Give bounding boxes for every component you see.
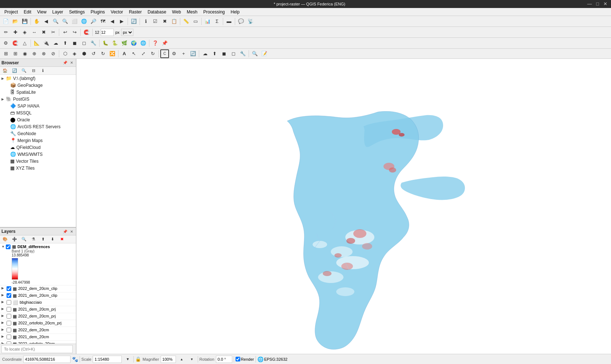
tb-deselect[interactable]: ✖: [160, 17, 169, 26]
tb-zoom-full[interactable]: 🌐: [80, 17, 88, 26]
tb-scalebar[interactable]: ▬: [225, 17, 233, 26]
tb-pan-left[interactable]: ◀: [42, 17, 51, 26]
tb3-snap-cfg[interactable]: ⚙: [1, 39, 10, 48]
tb4-refresh[interactable]: 🔄: [189, 49, 197, 58]
tb3-3d1[interactable]: ◼: [70, 39, 79, 48]
tb-prev-ext[interactable]: ◀: [108, 17, 117, 26]
minimize-button[interactable]: —: [587, 1, 592, 7]
tb-select-feat[interactable]: ☑: [151, 17, 160, 26]
tb2-cut[interactable]: ✂: [49, 28, 57, 37]
layer-expand-4[interactable]: ▶: [1, 307, 6, 311]
layer-expand-7[interactable]: ▶: [1, 328, 6, 331]
tb3-topol[interactable]: △: [20, 39, 29, 48]
menu-item-edit[interactable]: Edit: [21, 9, 34, 15]
layer-expand-6[interactable]: ▶: [1, 321, 6, 324]
tb-sum-calc[interactable]: Σ: [213, 17, 221, 26]
layer-item-0[interactable]: ▼▦DEM_differencesBand 1 (Gray)13.885498-…: [0, 243, 76, 286]
map-area[interactable]: [76, 59, 611, 354]
coordinate-input[interactable]: [23, 356, 71, 363]
menu-item-database[interactable]: Database: [145, 9, 169, 15]
menu-item-plugins[interactable]: Plugins: [88, 9, 108, 15]
menu-item-help[interactable]: Help: [228, 9, 243, 15]
tb4-annotation2[interactable]: ⬆: [210, 49, 219, 58]
browser-tb-filter[interactable]: 🔍: [20, 66, 28, 75]
tb-zoomout[interactable]: 🔍: [61, 17, 69, 26]
layer-item-3[interactable]: ▶⬜bbghiacciaio: [0, 299, 76, 306]
search-input[interactable]: [1, 345, 73, 353]
tb-statistics[interactable]: 📊: [203, 17, 212, 26]
tb2-node[interactable]: ◈: [20, 28, 29, 37]
layers-tb-filter[interactable]: 🔍: [20, 235, 28, 244]
scale-input[interactable]: [93, 356, 122, 363]
browser-tree-item-9[interactable]: 📍Mergin Maps: [0, 137, 76, 144]
tb3-layout[interactable]: 📐: [32, 39, 41, 48]
tb3-plugin1[interactable]: 🔌: [42, 39, 51, 48]
tb3-earth2[interactable]: 🌐: [139, 39, 148, 48]
magnifier-input[interactable]: [161, 356, 176, 363]
tb4-3d-view[interactable]: ◼: [220, 49, 228, 58]
tb-meas-area[interactable]: ▭: [191, 17, 200, 26]
tb-zoom-rubber[interactable]: ⬜: [70, 17, 79, 26]
menu-item-project[interactable]: Project: [1, 9, 21, 15]
browser-tree-item-13[interactable]: ▦XYZ Tiles: [0, 165, 76, 171]
tb2-snap[interactable]: 🧲: [82, 28, 91, 37]
tb-zoom-layer[interactable]: 🗺: [99, 17, 107, 26]
browser-tree-item-5[interactable]: 🗃MSSQL: [0, 109, 76, 116]
tb-meas-dist[interactable]: 📏: [182, 17, 190, 26]
tb4-b12[interactable]: 🔀: [108, 49, 117, 58]
tb3-georef[interactable]: 📌: [160, 39, 169, 48]
layers-tb-up[interactable]: ⬆: [39, 235, 47, 244]
menu-item-view[interactable]: View: [34, 9, 49, 15]
font-size-input[interactable]: [101, 29, 114, 36]
layers-tb-open-style[interactable]: 🎨: [1, 235, 9, 244]
browser-tree-item-11[interactable]: 🌐WMS/WMTS: [0, 151, 76, 158]
browser-tree-item-7[interactable]: 🌐ArcGIS REST Servers: [0, 123, 76, 130]
tb-save[interactable]: 💾: [20, 17, 29, 26]
menu-item-raster[interactable]: Raster: [126, 9, 145, 15]
layer-expand-3[interactable]: ▶: [1, 300, 6, 304]
tb3-earth[interactable]: 🌍: [129, 39, 138, 48]
tb4-label-a[interactable]: A: [120, 49, 129, 58]
menu-item-settings[interactable]: Settings: [66, 9, 88, 15]
tb-identify[interactable]: ℹ: [141, 17, 150, 26]
maximize-button[interactable]: □: [595, 1, 600, 7]
tb2-redo[interactable]: ↪: [70, 28, 79, 37]
browser-tree-item-10[interactable]: ☁QFieldCloud: [0, 144, 76, 151]
layers-tb-filter2[interactable]: ⚗: [29, 235, 38, 244]
layer-checkbox-6[interactable]: [7, 321, 11, 325]
browser-tb-collapse[interactable]: ⊟: [29, 66, 38, 75]
magnifier-down[interactable]: ▼: [188, 355, 196, 364]
browser-tree-item-1[interactable]: 📦GeoPackage: [0, 82, 76, 89]
tb2-del[interactable]: ✖: [39, 28, 48, 37]
browser-tb-home[interactable]: 🏠: [1, 66, 9, 75]
tb2-move[interactable]: ↔: [30, 28, 39, 37]
tb4-label-rot[interactable]: ↻: [148, 49, 157, 58]
browser-tree-item-6[interactable]: ⬤Oracle: [0, 116, 76, 123]
tb-pan[interactable]: ✋: [32, 17, 41, 26]
rotation-input[interactable]: [216, 356, 232, 363]
layer-item-1[interactable]: ▶▦2022_dem_20cm_clip: [0, 286, 76, 292]
tb3-gdal[interactable]: 🌿: [120, 39, 129, 48]
layer-checkbox-8[interactable]: [7, 335, 11, 339]
layers-pin-btn[interactable]: 📌: [62, 228, 68, 234]
tb4-b9[interactable]: ⬢: [80, 49, 88, 58]
layer-checkbox-2[interactable]: [7, 293, 11, 298]
tb4-b4[interactable]: ⊕: [30, 49, 39, 58]
layer-expand-1[interactable]: ▶: [1, 286, 6, 290]
tb-next-ext[interactable]: ▶: [117, 17, 126, 26]
font-unit-select[interactable]: pxpt: [121, 29, 133, 36]
tb4-b6[interactable]: ⊘: [49, 49, 57, 58]
tb4-plus[interactable]: +: [179, 49, 188, 58]
layer-checkbox-4[interactable]: [7, 307, 11, 312]
tb2-add-feat[interactable]: ✚: [11, 28, 20, 37]
tb4-script[interactable]: 🔧: [238, 49, 247, 58]
tb3-help[interactable]: ❓: [151, 39, 160, 48]
browser-tree-item-0[interactable]: ▶📁V:\ (labmgf): [0, 75, 76, 82]
layers-tb-add[interactable]: ➕: [10, 235, 19, 244]
tb2-undo[interactable]: ↩: [61, 28, 69, 37]
layer-checkbox-0[interactable]: [6, 244, 11, 249]
tb4-b11[interactable]: ↻: [99, 49, 107, 58]
tb3-3d2[interactable]: ◻: [80, 39, 88, 48]
tb-zoom-sel[interactable]: 🔎: [89, 17, 98, 26]
tb4-map-tips[interactable]: 📝: [260, 49, 269, 58]
